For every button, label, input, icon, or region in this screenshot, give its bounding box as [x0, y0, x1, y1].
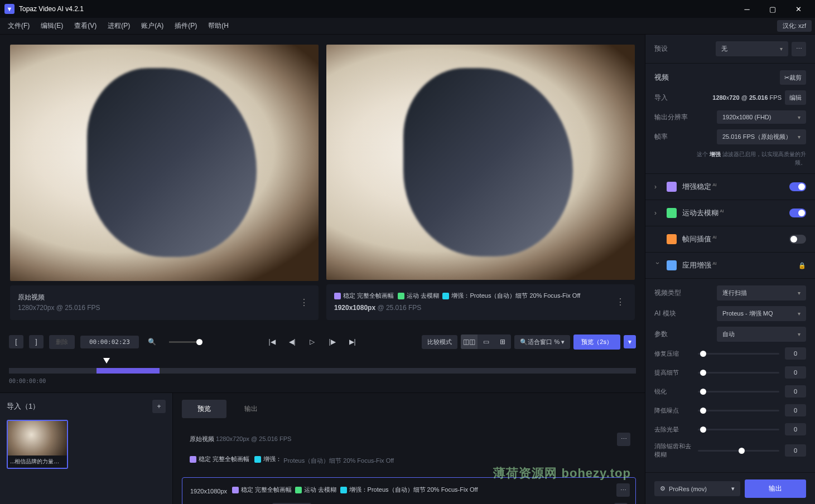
import-thumbnail[interactable]: ...相信品牌的力量》.MP4	[7, 420, 68, 469]
slider-track[interactable]	[698, 372, 779, 374]
slider-track[interactable]	[698, 410, 779, 411]
slider-track[interactable]	[698, 450, 779, 452]
stabilize-icon	[232, 487, 239, 493]
chevron-down-icon[interactable]: ›	[654, 262, 662, 269]
slider-label: 提高细节	[654, 369, 692, 377]
queue-item-more-icon[interactable]: ⋯	[616, 483, 630, 497]
mark-out-button[interactable]: ]	[29, 335, 44, 348]
slider-label: 降低噪点	[654, 406, 692, 415]
preview-settings-icon[interactable]: ▾	[624, 335, 636, 348]
menu-help[interactable]: 帮助(H	[204, 19, 233, 33]
timecode[interactable]: 00:00:02:23	[80, 336, 139, 348]
stabilize-toggle[interactable]	[789, 182, 806, 191]
stabilize-icon	[334, 293, 341, 299]
menu-edit[interactable]: 编辑(E)	[36, 19, 67, 33]
original-more-icon[interactable]: ⋮	[297, 297, 311, 308]
slider-value[interactable]: 0	[785, 366, 806, 379]
help-text: 这个 增强 滤波器已启用，以实现高质量的升频。	[654, 150, 806, 167]
preview-button[interactable]: 预览（2s）	[573, 335, 620, 350]
slider-track[interactable]	[698, 353, 779, 355]
timeline-segment[interactable]	[97, 368, 159, 374]
compare-mode-button[interactable]: 比较模式	[422, 335, 457, 349]
video-type-dropdown[interactable]: 逐行扫描▾	[717, 285, 806, 301]
play-icon[interactable]: ▷	[305, 334, 320, 350]
slider-1: 提高细节 0	[654, 366, 806, 379]
video-type-label: 视频类型	[654, 288, 717, 298]
view-split-icon[interactable]: ◫◫	[461, 335, 478, 349]
interp-toggle[interactable]	[789, 235, 806, 244]
zoom-slider[interactable]	[169, 341, 202, 343]
params-dropdown[interactable]: 自动▾	[717, 327, 806, 342]
fps-dropdown[interactable]: 25.016 FPS（原始视频）▾	[717, 129, 806, 144]
queue-item-more-icon[interactable]: ⋯	[617, 433, 630, 446]
section-interp[interactable]: › 帧间插值 AI	[645, 226, 815, 253]
section-deblur[interactable]: › 运动去模糊 AI	[645, 200, 815, 226]
slider-label: 去除光晕	[654, 425, 692, 434]
mark-in-button[interactable]: [	[9, 335, 23, 348]
slider-label: 消除锯齿和去模糊	[654, 442, 692, 459]
skip-start-icon[interactable]: |◀	[264, 334, 280, 350]
timeline-start: 00:00:00:00	[9, 378, 636, 384]
enhanced-res: 1920x1080px	[334, 304, 375, 312]
localize-badge[interactable]: 汉化: xzf	[777, 20, 812, 32]
slider-value[interactable]: 0	[785, 444, 806, 457]
tab-preview[interactable]: 预览	[182, 400, 226, 418]
deblur-icon	[398, 293, 404, 299]
section-enhance[interactable]: › 应用增强 AI 🔒	[645, 253, 815, 279]
slider-label: 锐化	[654, 387, 692, 396]
queue-item-2[interactable]: 1920x1080px 稳定 完整全帧画幅 运动 去模糊 增强：Proteus（…	[182, 477, 636, 504]
edit-button[interactable]: 编辑	[785, 90, 806, 105]
deblur-icon	[295, 487, 302, 493]
tab-output[interactable]: 输出	[229, 400, 273, 418]
playhead-icon[interactable]	[103, 358, 110, 364]
preset-label: 预设	[654, 44, 716, 54]
delete-button[interactable]: 删除	[49, 335, 75, 349]
crop-button[interactable]: ✂ 裁剪	[780, 70, 806, 85]
deblur-toggle[interactable]	[789, 209, 806, 217]
chevron-right-icon[interactable]: ›	[654, 209, 661, 217]
timeline[interactable]: 00:00:00:00	[0, 353, 645, 392]
params-label: 参数	[654, 329, 717, 339]
menu-view[interactable]: 查看(V)	[70, 19, 101, 33]
enhanced-more-icon[interactable]: ⋮	[614, 297, 627, 307]
step-back-icon[interactable]: ◀|	[284, 334, 300, 350]
maximize-button[interactable]: ▢	[760, 1, 785, 17]
view-single-icon[interactable]: ▭	[478, 335, 494, 349]
stabilize-icon	[190, 456, 196, 463]
slider-value[interactable]: 0	[785, 423, 806, 435]
slider-value[interactable]: 0	[785, 347, 806, 360]
section-stabilize[interactable]: › 增强稳定 AI	[645, 174, 815, 200]
menu-plugins[interactable]: 插件(P)	[170, 19, 201, 33]
menu-account[interactable]: 账户(A)	[137, 19, 168, 33]
out-res-label: 输出分辨率	[654, 113, 717, 122]
out-res-dropdown[interactable]: 1920x1080 (FHD)▾	[717, 110, 806, 124]
minimize-button[interactable]: ─	[735, 1, 759, 17]
slider-2: 锐化 0	[654, 385, 806, 398]
export-button[interactable]: 输出	[745, 479, 806, 498]
menu-process[interactable]: 进程(P)	[103, 19, 134, 33]
zoom-icon[interactable]: 🔍	[144, 334, 160, 350]
preset-dropdown[interactable]: 无▾	[716, 41, 788, 56]
slider-track[interactable]	[698, 429, 779, 430]
slider-4: 去除光晕 0	[654, 423, 806, 435]
enhance-section-icon	[667, 260, 677, 270]
queue-item-1[interactable]: 原始视频 1280x720px @ 25.016 FPS 稳定 完整全帧画幅 增…	[182, 427, 636, 473]
enhance-icon	[340, 487, 347, 493]
step-forward-icon[interactable]: |▶	[325, 334, 340, 350]
slider-value[interactable]: 0	[785, 385, 806, 398]
format-dropdown[interactable]: ⚙ ProRes (mov) ▾	[654, 481, 740, 496]
preview-original[interactable]	[10, 45, 319, 281]
import-header: 导入（1）	[7, 401, 152, 411]
fit-window-dropdown[interactable]: 🔍适合窗口 % ▾	[514, 335, 570, 349]
close-button[interactable]: ✕	[786, 1, 811, 17]
slider-track[interactable]	[698, 391, 779, 392]
slider-value[interactable]: 0	[785, 404, 806, 416]
view-grid-icon[interactable]: ⊞	[494, 335, 511, 349]
menu-file[interactable]: 文件(F)	[3, 19, 34, 33]
preset-more-icon[interactable]: ⋯	[792, 42, 806, 56]
preview-enhanced[interactable]	[326, 45, 635, 280]
skip-end-icon[interactable]: ▶|	[345, 334, 360, 350]
model-dropdown[interactable]: Proteus - 增强 MQ▾	[717, 306, 806, 321]
add-import-button[interactable]: +	[152, 400, 166, 413]
chevron-right-icon[interactable]: ›	[654, 183, 661, 191]
